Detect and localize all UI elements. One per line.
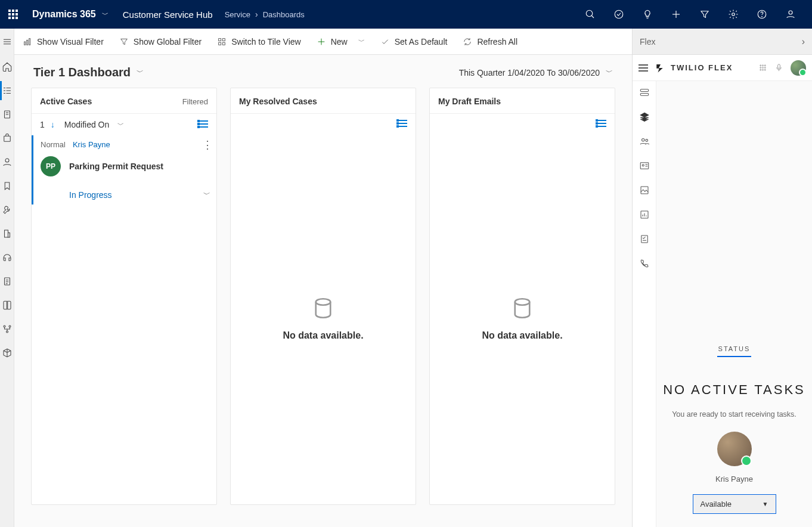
lightbulb-icon[interactable]: [633, 0, 662, 29]
plus-icon[interactable]: [662, 0, 690, 29]
filter-icon[interactable]: [690, 0, 719, 29]
svg-point-5: [732, 13, 735, 16]
flex-rail-chart-icon[interactable]: [639, 209, 650, 222]
nav-hierarchy-icon[interactable]: [0, 317, 14, 341]
agent-name: Kris Payne: [715, 475, 753, 483]
help-icon[interactable]: [748, 0, 776, 29]
chevron-right-icon: ›: [255, 10, 258, 19]
new-button[interactable]: New﹀: [314, 35, 367, 49]
date-range-selector[interactable]: This Quarter 1/04/2020 To 30/06/2020 ﹀: [459, 67, 613, 78]
svg-point-50: [763, 69, 764, 70]
brand-name[interactable]: Dynamics 365: [32, 9, 96, 20]
svg-rect-57: [640, 163, 649, 169]
microphone-icon[interactable]: [774, 63, 783, 72]
record-count: 1: [40, 120, 45, 129]
sort-field[interactable]: Modified On: [64, 120, 109, 129]
svg-point-30: [9, 326, 11, 327]
flex-rail-profile-card-icon[interactable]: [639, 160, 650, 173]
refresh-all-button[interactable]: Refresh All: [460, 35, 520, 49]
set-default-button[interactable]: Set As Default: [378, 35, 450, 49]
flex-menu-icon[interactable]: [639, 64, 648, 72]
svg-point-2: [615, 10, 623, 18]
svg-point-58: [642, 165, 644, 166]
svg-rect-21: [4, 136, 10, 141]
nav-collapse-icon[interactable]: [0, 29, 14, 55]
chevron-down-icon[interactable]: ﹀: [137, 67, 144, 78]
active-cases-card: Active Cases Filtered 1 ↓ Modified On ﹀: [31, 88, 217, 505]
switch-tile-view-button[interactable]: Switch to Tile View: [215, 35, 303, 49]
svg-rect-53: [640, 89, 649, 92]
expand-panel-icon[interactable]: ›: [802, 36, 805, 47]
show-global-filter-button[interactable]: Show Global Filter: [117, 35, 204, 49]
nav-building-icon[interactable]: [0, 222, 14, 246]
card-title: My Resolved Cases: [239, 97, 317, 106]
case-status[interactable]: In Progress: [69, 190, 112, 200]
label: Refresh All: [477, 37, 517, 46]
svg-rect-38: [223, 42, 225, 45]
more-actions-icon[interactable]: ⋮: [202, 142, 210, 147]
breadcrumb-item[interactable]: Service: [225, 10, 250, 19]
sort-direction-icon[interactable]: ↓: [51, 120, 55, 129]
breadcrumb-item[interactable]: Dashboards: [263, 10, 305, 19]
gear-icon[interactable]: [719, 0, 748, 29]
flex-rail-people-icon[interactable]: [639, 136, 650, 148]
label: New: [331, 37, 348, 46]
nav-cube-icon[interactable]: [0, 341, 14, 365]
svg-point-48: [764, 67, 765, 69]
resolved-cases-card: My Resolved Cases No data available.: [230, 88, 416, 505]
case-assignee[interactable]: Kris Payne: [73, 140, 110, 149]
svg-rect-54: [640, 94, 649, 96]
flex-logo-text: TWILIO FLEX: [671, 63, 733, 72]
search-icon[interactable]: [576, 0, 605, 29]
nav-dashboards-icon[interactable]: [0, 79, 14, 103]
view-toggle-icon[interactable]: [197, 120, 208, 129]
dialpad-icon[interactable]: [758, 63, 767, 72]
availability-selector[interactable]: Available ▼: [693, 494, 776, 514]
twilio-flex-logo[interactable]: TWILIO FLEX: [655, 63, 733, 73]
flex-rail-image-icon[interactable]: [639, 185, 650, 197]
dropdown-arrow-icon: ▼: [763, 501, 768, 507]
view-toggle-icon[interactable]: [596, 120, 606, 128]
svg-rect-66: [641, 235, 647, 243]
svg-rect-23: [4, 230, 8, 237]
nav-home-icon[interactable]: [0, 55, 14, 79]
nav-bookmark-icon[interactable]: [0, 174, 14, 198]
nav-activities-icon[interactable]: [0, 103, 14, 126]
brand-chevron-icon[interactable]: ﹀: [102, 10, 109, 19]
view-toggle-icon[interactable]: [396, 120, 407, 128]
flex-rail-notes-icon[interactable]: [639, 234, 650, 246]
profile-icon[interactable]: [776, 0, 805, 29]
nav-book-icon[interactable]: [0, 293, 14, 317]
case-list-item[interactable]: Normal Kris Payne ⋮ PP Parking Permit Re…: [32, 135, 216, 204]
nav-headset-icon[interactable]: [0, 246, 14, 269]
svg-point-43: [760, 65, 761, 66]
show-visual-filter-button[interactable]: Show Visual Filter: [20, 35, 106, 49]
app-title[interactable]: Customer Service Hub: [123, 10, 213, 20]
chevron-down-icon[interactable]: ﹀: [203, 190, 210, 200]
nav-cases-icon[interactable]: [0, 126, 14, 150]
app-launcher-icon[interactable]: [7, 8, 21, 20]
svg-rect-36: [223, 38, 225, 41]
nav-wrench-icon[interactable]: [0, 198, 14, 222]
flex-rail-phone-icon[interactable]: [639, 258, 650, 271]
task-check-icon[interactable]: [605, 0, 633, 29]
case-subject[interactable]: Parking Permit Request: [69, 162, 163, 171]
label: Switch to Tile View: [231, 37, 300, 46]
svg-line-1: [591, 16, 594, 18]
flex-user-avatar[interactable]: [791, 60, 806, 76]
empty-message: No data available.: [283, 330, 363, 341]
svg-rect-34: [29, 38, 30, 45]
no-tasks-heading: NO ACTIVE TASKS: [663, 380, 805, 399]
chevron-down-icon[interactable]: ﹀: [117, 120, 124, 129]
label: Show Visual Filter: [37, 37, 104, 46]
nav-accounts-icon[interactable]: [0, 150, 14, 174]
flex-rail-layers-icon[interactable]: [639, 111, 650, 124]
svg-point-46: [760, 67, 761, 69]
svg-rect-37: [219, 42, 221, 45]
nav-document-icon[interactable]: [0, 269, 14, 293]
date-range-label: This Quarter 1/04/2020 To 30/06/2020: [459, 68, 600, 78]
svg-point-22: [5, 159, 9, 162]
dashboard-title[interactable]: Tier 1 Dashboard: [33, 66, 131, 79]
flex-rail-tasks-icon[interactable]: [639, 87, 650, 100]
chevron-down-icon: ﹀: [358, 37, 365, 46]
